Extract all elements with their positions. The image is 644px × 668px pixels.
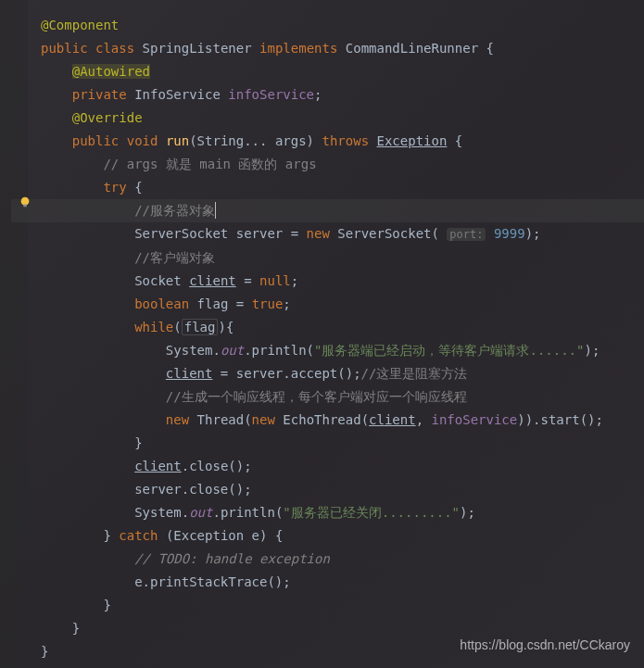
code-line: //客户端对象 bbox=[11, 246, 644, 270]
keyword: implements bbox=[259, 41, 337, 56]
keyword: void bbox=[127, 133, 158, 148]
code-line: e.printStackTrace(); bbox=[11, 571, 644, 594]
watermark: https://blog.csdn.net/CCkaroy bbox=[460, 634, 630, 657]
field-ref: infoService bbox=[432, 412, 518, 427]
ctor: Thread( bbox=[197, 412, 252, 427]
code-line: public class SpringListener implements C… bbox=[11, 37, 644, 60]
exception-name: Exception bbox=[377, 133, 448, 148]
code-line: // args 就是 main 函数的 args bbox=[11, 153, 644, 176]
code-line: System.out.println("服务器端已经启动，等待客户端请求....… bbox=[11, 339, 644, 362]
comment: //服务器对象 bbox=[134, 203, 215, 218]
code-line: client.close(); bbox=[11, 455, 644, 478]
ctor: ServerSocket( bbox=[337, 226, 439, 241]
method-call: = server.accept(); bbox=[212, 366, 360, 381]
code-line: server.close(); bbox=[11, 478, 644, 501]
keyword: while bbox=[134, 320, 173, 334]
code-line: while(flag){ bbox=[11, 316, 644, 339]
svg-rect-1 bbox=[23, 205, 27, 208]
code-line: try { bbox=[11, 176, 644, 199]
comment: //生成一个响应线程，每个客户端对应一个响应线程 bbox=[166, 389, 467, 404]
keyword: true bbox=[252, 296, 284, 311]
todo-comment: // TODO: handle exception bbox=[134, 551, 330, 566]
keyword: public bbox=[41, 41, 88, 56]
param-hint: port: bbox=[447, 228, 486, 241]
class-name: SpringListener bbox=[143, 41, 252, 56]
declaration: ServerSocket server = bbox=[134, 226, 298, 241]
static-field: out bbox=[221, 343, 244, 358]
code-line: ServerSocket server = new ServerSocket( … bbox=[11, 222, 644, 246]
code-line: private InfoService infoService; bbox=[11, 83, 644, 107]
code-line: new Thread(new EchoThread(client, infoSe… bbox=[11, 409, 644, 432]
method-name: run bbox=[166, 133, 189, 148]
var-ref: client bbox=[134, 459, 182, 473]
annotation-text: @Component bbox=[41, 18, 119, 32]
comment: //这里是阻塞方法 bbox=[361, 366, 468, 381]
keyword: throws bbox=[322, 133, 369, 148]
code-line: // TODO: handle exception bbox=[11, 548, 644, 571]
comment: // args 就是 main 函数的 args bbox=[103, 157, 316, 171]
method-call: )).start(); bbox=[517, 412, 603, 427]
string: "服务器端已经启动，等待客户端请求......" bbox=[314, 343, 584, 358]
code-line: } bbox=[11, 432, 644, 455]
keyword: class bbox=[95, 41, 134, 56]
keyword: boolean bbox=[134, 296, 189, 311]
code-line: @Override bbox=[11, 107, 644, 130]
code-line: client = server.accept();//这里是阻塞方法 bbox=[11, 362, 644, 385]
code-line: @Component bbox=[11, 14, 644, 37]
type-name: InfoService bbox=[134, 87, 221, 102]
method-call: server.close(); bbox=[134, 482, 251, 497]
keyword: new bbox=[166, 412, 189, 427]
keyword: try bbox=[103, 180, 126, 195]
code-line: @Autowired bbox=[11, 60, 644, 83]
code-line: System.out.println("服务器已经关闭........."); bbox=[11, 501, 644, 524]
lightbulb-icon[interactable] bbox=[19, 193, 32, 206]
interface-name: CommandLineRunner bbox=[346, 41, 478, 56]
keyword: private bbox=[72, 87, 127, 102]
class-ref: System. bbox=[166, 343, 221, 358]
code-line: //生成一个响应线程，每个客户端对应一个响应线程 bbox=[11, 385, 644, 409]
var-ref: client bbox=[369, 412, 416, 427]
annotation-text: @Override bbox=[72, 110, 143, 125]
code-line: } bbox=[11, 594, 644, 617]
code-line: } catch (Exception e) { bbox=[11, 524, 644, 548]
svg-point-0 bbox=[21, 197, 30, 206]
var-ref: client bbox=[166, 366, 213, 381]
type-name: Socket bbox=[134, 273, 182, 288]
method-call: .println( bbox=[212, 505, 283, 520]
field-name: infoService bbox=[228, 87, 314, 102]
params: (String... args) bbox=[189, 133, 314, 148]
class-ref: System. bbox=[134, 505, 189, 520]
text-cursor bbox=[215, 202, 216, 219]
keyword: new bbox=[252, 412, 275, 427]
code-line: Socket client = null; bbox=[11, 270, 644, 293]
catch-param: (Exception e) bbox=[166, 528, 268, 543]
method-call: e.printStackTrace(); bbox=[134, 574, 291, 589]
var-name: flag = bbox=[197, 296, 245, 311]
keyword: public bbox=[72, 133, 120, 148]
annotation-text: @Autowired bbox=[72, 64, 150, 79]
code-line: public void run(String... args) throws E… bbox=[11, 130, 644, 153]
keyword: new bbox=[307, 226, 330, 241]
method-call: .println( bbox=[244, 343, 314, 358]
operator: = bbox=[236, 273, 259, 288]
string: "服务器已经关闭........." bbox=[283, 505, 460, 520]
keyword: catch bbox=[119, 528, 158, 543]
code-editor[interactable]: @Component public class SpringListener i… bbox=[0, 0, 644, 663]
var-ref: flag bbox=[182, 319, 219, 335]
ctor: EchoThread( bbox=[283, 412, 369, 427]
number: 9999 bbox=[494, 226, 525, 241]
code-line-active: //服务器对象 bbox=[11, 199, 644, 222]
keyword: null bbox=[259, 273, 291, 288]
var-name: client bbox=[189, 273, 236, 288]
comment: //客户端对象 bbox=[134, 250, 215, 265]
static-field: out bbox=[189, 505, 212, 520]
code-line: boolean flag = true; bbox=[11, 293, 644, 316]
method-call: .close(); bbox=[182, 459, 252, 473]
